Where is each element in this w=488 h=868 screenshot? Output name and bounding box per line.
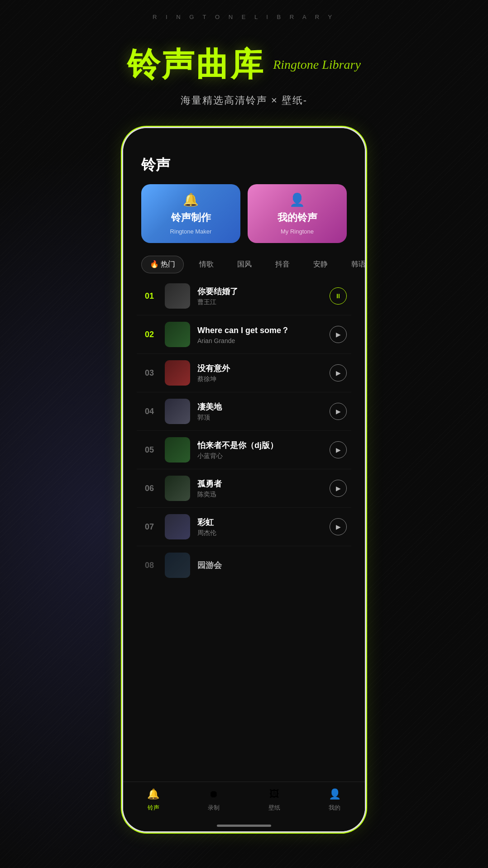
song-thumbnail (165, 437, 190, 463)
song-artist: 陈奕迅 (197, 491, 322, 499)
nav-label-1: 录制 (208, 804, 220, 812)
ringtone-maker-title-en: Ringtone Maker (170, 228, 212, 235)
nav-label-0: 铃声 (148, 804, 159, 812)
nav-icon-1: ⏺ (207, 787, 220, 801)
action-cards: 🔔 铃声制作 Ringtone Maker 👤 我的铃声 My Ringtone (123, 175, 365, 252)
song-artist: 小蓝背心 (197, 452, 322, 460)
song-artist: 曹王江 (197, 298, 322, 306)
nav-item-录制[interactable]: ⏺ 录制 (184, 787, 244, 812)
nav-icon-0: 🔔 (147, 787, 160, 801)
song-number: 01 (141, 291, 158, 301)
song-thumbnail (165, 476, 190, 501)
my-ringtone-title-en: My Ringtone (281, 228, 314, 235)
song-thumbnail (165, 360, 190, 386)
song-thumbnail (165, 553, 190, 578)
song-title: 孤勇者 (197, 478, 322, 489)
phone-frame: 铃声 🔔 铃声制作 Ringtone Maker 👤 我的铃声 My Ringt… (122, 127, 366, 833)
song-artist: Arian Grande (197, 337, 322, 344)
song-title: 凄美地 (197, 401, 322, 412)
song-item[interactable]: 02 Where can I get some？ Arian Grande ▶ (137, 315, 351, 354)
header-description: 海量精选高清铃声 × 壁纸- (0, 94, 488, 107)
play-button[interactable]: ▶ (330, 326, 347, 343)
song-item[interactable]: 01 你要结婚了 曹王江 ⏸ (137, 277, 351, 315)
song-info: 园游会 (197, 560, 347, 571)
play-button[interactable]: ▶ (330, 518, 347, 535)
header-subtitle: R I N G T O N E L I B R A R Y (0, 14, 488, 20)
ringtone-maker-icon: 🔔 (183, 192, 199, 207)
nav-icon-3: 👤 (328, 787, 341, 801)
song-item[interactable]: 07 彩虹 周杰伦 ▶ (137, 508, 351, 546)
nav-label-3: 我的 (329, 804, 340, 812)
ringtone-maker-card[interactable]: 🔔 铃声制作 Ringtone Maker (141, 184, 240, 243)
song-item[interactable]: 04 凄美地 郭顶 ▶ (137, 392, 351, 431)
page-title: 铃声 (141, 155, 347, 175)
song-thumbnail (165, 514, 190, 539)
category-tab-4[interactable]: 安静 (305, 256, 336, 273)
page-section: 铃声 (123, 151, 365, 175)
song-title: Where can I get some？ (197, 325, 322, 336)
category-tab-1[interactable]: 情歌 (191, 256, 222, 273)
song-artist: 蔡徐坤 (197, 375, 322, 383)
song-number: 06 (141, 484, 158, 493)
song-title: 彩虹 (197, 517, 322, 528)
song-info: 怕来者不是你（dj版） 小蓝背心 (197, 440, 322, 460)
song-item[interactable]: 06 孤勇者 陈奕迅 ▶ (137, 469, 351, 508)
category-tab-5[interactable]: 韩语 (343, 256, 365, 273)
song-thumbnail (165, 283, 190, 309)
category-tab-2[interactable]: 国风 (229, 256, 260, 273)
home-indicator (217, 825, 271, 827)
play-button[interactable]: ▶ (330, 441, 347, 458)
song-title: 你要结婚了 (197, 286, 322, 297)
song-title: 没有意外 (197, 363, 322, 374)
nav-item-铃声[interactable]: 🔔 铃声 (123, 787, 184, 812)
ringtone-maker-title-cn: 铃声制作 (171, 212, 211, 224)
song-thumbnail (165, 399, 190, 424)
song-artist: 周杰伦 (197, 529, 322, 537)
nav-item-我的[interactable]: 👤 我的 (305, 787, 365, 812)
song-list: 01 你要结婚了 曹王江 ⏸ 02 Where can I get some？ … (123, 277, 365, 584)
nav-label-2: 壁纸 (268, 804, 280, 812)
song-info: 没有意外 蔡徐坤 (197, 363, 322, 383)
play-button[interactable]: ⏸ (330, 287, 347, 305)
status-bar (123, 128, 365, 151)
my-ringtone-card[interactable]: 👤 我的铃声 My Ringtone (248, 184, 347, 243)
bottom-nav: 🔔 铃声 ⏺ 录制 🖼 壁纸 👤 我的 (123, 782, 365, 831)
song-number: 08 (141, 561, 158, 570)
play-button[interactable]: ▶ (330, 480, 347, 497)
song-thumbnail (165, 322, 190, 347)
song-title: 园游会 (197, 560, 347, 571)
song-number: 05 (141, 445, 158, 455)
song-artist: 郭顶 (197, 414, 322, 422)
header-title-row: 铃声曲库 Ringtone Library (0, 43, 488, 86)
song-number: 02 (141, 330, 158, 339)
song-item[interactable]: 05 怕来者不是你（dj版） 小蓝背心 ▶ (137, 431, 351, 469)
header-title-english: Ringtone Library (273, 57, 361, 72)
nav-item-壁纸[interactable]: 🖼 壁纸 (244, 787, 305, 812)
nav-icon-2: 🖼 (268, 787, 281, 801)
phone-inner: 铃声 🔔 铃声制作 Ringtone Maker 👤 我的铃声 My Ringt… (123, 128, 365, 831)
song-info: Where can I get some？ Arian Grande (197, 325, 322, 344)
my-ringtone-title-cn: 我的铃声 (277, 212, 317, 224)
category-tab-3[interactable]: 抖音 (267, 256, 298, 273)
category-tab-0[interactable]: 🔥 热门 (141, 256, 184, 273)
song-info: 凄美地 郭顶 (197, 401, 322, 422)
song-number: 07 (141, 522, 158, 532)
song-item[interactable]: 03 没有意外 蔡徐坤 ▶ (137, 354, 351, 392)
song-title: 怕来者不是你（dj版） (197, 440, 322, 451)
song-item-partial[interactable]: 08 园游会 (137, 546, 351, 584)
page-header: R I N G T O N E L I B R A R Y 铃声曲库 Ringt… (0, 14, 488, 107)
song-number: 04 (141, 407, 158, 416)
song-info: 你要结婚了 曹王江 (197, 286, 322, 306)
header-title-chinese: 铃声曲库 (127, 43, 265, 86)
play-button[interactable]: ▶ (330, 403, 347, 420)
my-ringtone-icon: 👤 (289, 192, 305, 207)
song-info: 孤勇者 陈奕迅 (197, 478, 322, 499)
song-info: 彩虹 周杰伦 (197, 517, 322, 537)
play-button[interactable]: ▶ (330, 364, 347, 382)
song-number: 03 (141, 368, 158, 378)
category-tabs: 🔥 热门情歌国风抖音安静韩语 (123, 252, 365, 277)
